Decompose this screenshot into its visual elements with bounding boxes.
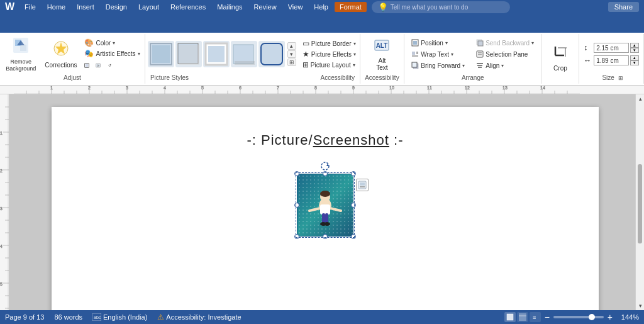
gallery-expand-arrow[interactable]: ⊞: [287, 59, 296, 66]
image-container[interactable]: [297, 174, 353, 238]
picture-style-3[interactable]: [203, 41, 230, 67]
wrap-text-button[interactable]: Wrap Text ▾: [409, 49, 467, 59]
handle-bottom-middle[interactable]: [323, 234, 328, 239]
handle-middle-right[interactable]: [351, 203, 356, 208]
menu-format[interactable]: Format: [335, 2, 367, 12]
crop-button[interactable]: Crop: [545, 41, 575, 76]
picture-styles-group-label: Picture Styles: [148, 73, 191, 82]
picture-style-5[interactable]: [258, 41, 285, 67]
menu-home[interactable]: Home: [42, 2, 70, 12]
align-button[interactable]: Align ▾: [474, 60, 536, 70]
document-page: -: Picture/Screenshot :-: [52, 107, 599, 310]
zoom-level[interactable]: 144%: [616, 313, 639, 321]
send-backward-button[interactable]: Send Backward ▾: [474, 38, 536, 48]
picture-border-icon: ▭: [303, 39, 309, 48]
svg-point-130: [320, 191, 330, 197]
svg-text:≡: ≡: [533, 315, 536, 321]
ribbon-group-picture-styles: ▴ ▾ ⊞ ▭ Picture Border ▾ ★ Picture Effec…: [145, 34, 360, 84]
compress-pictures-button[interactable]: [82, 60, 92, 70]
svg-text:7: 7: [277, 86, 279, 90]
svg-text:ALT: ALT: [376, 42, 388, 49]
svg-rect-31: [478, 41, 483, 46]
zoom-out-button[interactable]: −: [545, 312, 550, 322]
svg-rect-24: [412, 52, 415, 55]
handle-top-left[interactable]: [294, 171, 299, 176]
menu-mailings[interactable]: Mailings: [212, 2, 247, 12]
height-spinner: ▴ ▾: [630, 43, 639, 53]
read-mode-button[interactable]: ≡: [530, 312, 541, 322]
adjust-group-label: Adjust: [61, 73, 84, 82]
compress-icon: [84, 61, 89, 70]
print-layout-button[interactable]: [504, 312, 516, 322]
corrections-label: Corrections: [45, 62, 77, 69]
menu-insert[interactable]: Insert: [72, 2, 99, 12]
rotate-handle[interactable]: [320, 161, 330, 171]
position-button[interactable]: Position ▾: [409, 38, 467, 48]
selection-pane-button[interactable]: Selection Pane: [474, 49, 536, 59]
gallery-scroll-arrows: ▴ ▾ ⊞: [287, 42, 296, 66]
svg-text:1: 1: [50, 86, 53, 90]
wrap-arrow: ▾: [451, 52, 453, 57]
zoom-thumb[interactable]: [589, 314, 595, 320]
alt-text-button[interactable]: ALT AltText: [367, 36, 397, 72]
layout-options-button[interactable]: [356, 179, 369, 191]
menu-references[interactable]: References: [165, 2, 211, 12]
menu-help[interactable]: Help: [309, 2, 333, 12]
gallery-down-arrow[interactable]: ▾: [287, 50, 296, 58]
remove-background-button[interactable]: RemoveBackground: [2, 36, 40, 72]
scroll-down-button[interactable]: ▾: [636, 301, 644, 310]
handle-top-middle[interactable]: [323, 171, 328, 176]
bring-forward-arrow: ▾: [462, 63, 465, 69]
svg-text:4: 4: [0, 244, 3, 249]
align-label: Align: [486, 62, 499, 69]
ribbon-tabs: [0, 14, 644, 33]
color-button[interactable]: 🎨 Color ▾: [82, 38, 142, 48]
svg-text:1: 1: [0, 131, 3, 135]
zoom-in-button[interactable]: +: [608, 312, 613, 322]
page-info-text: Page 9 of 13: [5, 313, 44, 321]
menu-design[interactable]: Design: [101, 2, 132, 12]
height-up-button[interactable]: ▴: [630, 43, 639, 48]
svg-rect-139: [360, 182, 365, 186]
size-group-expand[interactable]: ⊞: [618, 75, 623, 81]
web-layout-button[interactable]: [517, 312, 528, 322]
width-row: ↔ ▴ ▾: [584, 55, 639, 65]
share-button[interactable]: Share: [608, 2, 639, 12]
change-picture-button[interactable]: ⟳: [93, 60, 103, 70]
picture-style-4[interactable]: [231, 41, 257, 67]
ribbon-group-size: ↕ ▴ ▾ ↔ ▴ ▾ Size ⊞: [579, 34, 644, 84]
width-down-button[interactable]: ▾: [630, 60, 639, 65]
picture-style-2[interactable]: [175, 41, 202, 67]
svg-marker-127: [326, 164, 329, 166]
width-input[interactable]: [594, 55, 629, 65]
corrections-button[interactable]: Corrections: [41, 36, 80, 72]
menu-view[interactable]: View: [283, 2, 308, 12]
svg-rect-144: [519, 313, 526, 321]
zoom-slider[interactable]: [553, 316, 604, 318]
height-input[interactable]: [594, 43, 629, 53]
width-up-button[interactable]: ▴: [630, 55, 639, 60]
handle-top-right[interactable]: [351, 171, 356, 176]
picture-style-1[interactable]: [148, 41, 174, 67]
artistic-effects-button[interactable]: 🎭 Artistic Effects ▾: [82, 48, 142, 59]
scroll-up-button[interactable]: ▴: [636, 94, 644, 103]
handle-middle-left[interactable]: [294, 203, 299, 208]
svg-text:3: 3: [0, 206, 3, 211]
height-down-button[interactable]: ▾: [630, 48, 639, 53]
bring-forward-button[interactable]: Bring Forward ▾: [409, 60, 467, 70]
scroll-thumb[interactable]: [638, 164, 642, 243]
search-bar[interactable]: Tell me what you want to do: [391, 4, 468, 11]
menu-file[interactable]: File: [19, 2, 41, 12]
handle-bottom-left[interactable]: [294, 234, 299, 239]
picture-effects-label: Picture Effects: [311, 51, 352, 58]
picture-border-button[interactable]: ▭ Picture Border ▾: [300, 38, 358, 48]
menu-review[interactable]: Review: [249, 2, 282, 12]
picture-effects-button[interactable]: ★ Picture Effects ▾: [300, 49, 358, 59]
color-label: Color: [96, 40, 111, 47]
handle-bottom-right[interactable]: [351, 234, 356, 239]
picture-layout-button[interactable]: ⊞ Picture Layout ▾: [300, 60, 358, 70]
picture-layout-label: Picture Layout: [311, 62, 351, 69]
menu-layout[interactable]: Layout: [133, 2, 164, 12]
reset-picture-button[interactable]: ↺: [104, 60, 114, 70]
gallery-up-arrow[interactable]: ▴: [287, 42, 296, 50]
